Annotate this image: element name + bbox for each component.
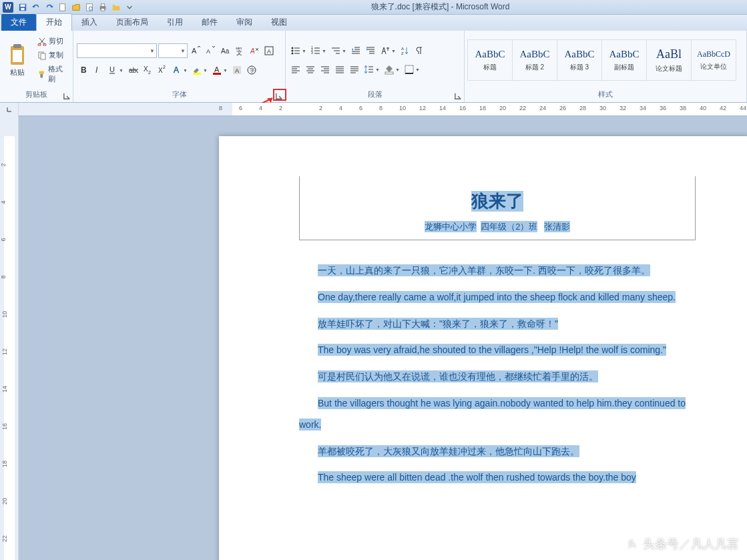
cut-button[interactable]: 剪切 (35, 35, 70, 47)
ruler-v-tick: 6 (0, 238, 7, 241)
paste-icon (7, 43, 28, 67)
font-color-icon[interactable]: A▼ (210, 63, 229, 77)
tab-home[interactable]: 开始 (36, 13, 72, 31)
highlight-icon[interactable]: ▼ (190, 63, 209, 77)
bullets-icon[interactable]: ▼ (289, 44, 308, 57)
qat-folder-icon[interactable] (110, 1, 122, 13)
qat-print-preview-icon[interactable] (83, 1, 95, 13)
cut-label: 剪切 (49, 36, 63, 46)
ruler-v-tick: 10 (1, 311, 8, 318)
strikethrough-icon[interactable]: abc (126, 63, 140, 77)
ruler-h-tick: 30 (599, 105, 606, 111)
phonetic-guide-icon[interactable]: wén文 (233, 44, 246, 57)
copy-label: 复制 (49, 50, 63, 60)
shading-icon[interactable]: ▼ (383, 63, 401, 76)
char-border-icon[interactable]: A (262, 44, 276, 57)
doc-p8: The sheep were all bitten dead .the wolf… (318, 471, 636, 483)
tab-file[interactable]: 文件 (1, 14, 36, 31)
align-distribute-icon[interactable] (348, 63, 361, 76)
numbering-icon[interactable]: 123▼ (309, 44, 328, 57)
svg-point-44 (292, 47, 294, 49)
style-item-paper-unit[interactable]: AaBbCcD论文单位 (691, 39, 736, 81)
subscript-icon[interactable]: X2 (141, 63, 154, 77)
svg-text:A: A (267, 48, 271, 55)
qat-undo-icon[interactable] (30, 1, 42, 13)
paragraph-launcher-icon[interactable] (453, 91, 463, 101)
doc-p7: 羊都被咬死了，大灰狼又向放羊娃冲过来，他急忙向山下跑去。 (318, 445, 579, 457)
ruler-h-tick: 4 (339, 105, 342, 111)
ribbon: 粘贴 剪切 复制 格式刷 剪贴板 ▼ ▼ A A Aa wén文 A (0, 31, 747, 103)
ruler-h-tick: 36 (660, 105, 666, 111)
superscript-icon[interactable]: X2 (156, 63, 169, 77)
sort-icon[interactable]: AZ (399, 44, 412, 57)
borders-icon[interactable]: ▼ (403, 63, 421, 76)
ruler-h-tick: 14 (439, 105, 446, 111)
svg-point-48 (292, 53, 294, 55)
enclose-char-icon[interactable]: 字 (245, 63, 258, 77)
line-spacing-icon[interactable]: ▼ (362, 63, 381, 76)
underline-icon[interactable]: U▼ (106, 63, 125, 77)
ruler-h-track[interactable]: 8642246810121416182022242628303234363840… (19, 103, 747, 115)
align-left-icon[interactable] (289, 63, 302, 76)
font-size-combo[interactable]: ▼ (158, 43, 188, 58)
ruler-v-tick: 16 (1, 423, 8, 430)
svg-text:A: A (250, 47, 255, 55)
titlebar: W 狼来了.doc [兼容模式] - Microsoft Word (0, 0, 747, 15)
tab-review[interactable]: 审阅 (227, 14, 262, 31)
decrease-indent-icon[interactable] (349, 44, 362, 57)
qat-save-icon[interactable] (17, 1, 29, 13)
increase-indent-icon[interactable] (364, 44, 377, 57)
copy-button[interactable]: 复制 (35, 49, 70, 61)
italic-icon[interactable]: I (91, 63, 105, 77)
align-right-icon[interactable] (318, 63, 332, 76)
style-item-heading2[interactable]: AaBbC标题 2 (512, 39, 557, 81)
ruler-h-tick: 32 (619, 105, 626, 111)
char-shading-icon[interactable]: A (230, 63, 244, 77)
tab-insert[interactable]: 插入 (72, 14, 107, 31)
ruler-tab-selector[interactable] (0, 103, 19, 116)
tab-view[interactable]: 视图 (262, 14, 296, 31)
style-item-subtitle[interactable]: AaBbC副标题 (601, 39, 647, 81)
text-effects-icon[interactable]: A▼ (170, 63, 189, 77)
doc-p4: The boy was very afraid,he shouted to th… (318, 344, 666, 356)
qat-new-icon[interactable] (57, 1, 69, 13)
style-item-heading3[interactable]: AaBbC标题 3 (557, 39, 602, 81)
grow-font-icon[interactable]: A (189, 44, 202, 57)
clear-format-icon[interactable]: A (248, 44, 261, 57)
style-gallery[interactable]: AaBbC标题 AaBbC标题 2 AaBbC标题 3 AaBbC副标题 AaB… (467, 39, 736, 81)
clipboard-launcher-icon[interactable] (62, 91, 71, 101)
bold-icon[interactable]: B (77, 63, 90, 77)
change-case-icon[interactable]: Aa (218, 44, 232, 57)
shrink-font-icon[interactable]: A (204, 44, 217, 57)
qat-more-icon[interactable] (123, 1, 136, 13)
paste-button[interactable]: 粘贴 (3, 42, 32, 79)
font-family-combo[interactable]: ▼ (77, 43, 157, 58)
document-canvas[interactable]: 狼来了 龙狮中心小学 四年级（2）班 张清影 一天，山上真的来了一只狼，它冲入羊… (19, 116, 747, 560)
font-launcher-icon[interactable] (274, 91, 284, 101)
style-item-title[interactable]: AaBbC标题 (467, 39, 513, 81)
tab-page-layout[interactable]: 页面布局 (107, 14, 158, 31)
word-app-icon: W (3, 2, 13, 13)
ruler-h-tick: 2 (319, 105, 322, 111)
align-justify-icon[interactable] (333, 63, 346, 76)
qat-redo-icon[interactable] (43, 1, 55, 13)
asian-layout-icon[interactable]: ▼ (379, 44, 397, 57)
svg-text:文: 文 (236, 49, 242, 56)
qat-open-icon[interactable] (70, 1, 82, 13)
svg-text:Z: Z (401, 51, 404, 55)
copy-icon (37, 51, 47, 60)
tab-references[interactable]: 引用 (158, 14, 192, 31)
ruler-h-tick: 40 (700, 105, 706, 111)
ruler-h-tick: 18 (479, 105, 486, 111)
show-marks-icon[interactable] (413, 44, 427, 57)
group-paragraph: ▼ 123▼ ▼ ▼ AZ ▼ ▼ ▼ (286, 31, 465, 102)
style-item-paper-title[interactable]: AaBl论文标题 (646, 39, 692, 81)
ruler-vertical[interactable]: 246810121416182022242628 (0, 116, 19, 560)
qat-print-icon[interactable] (97, 1, 109, 13)
svg-text:Aa: Aa (221, 47, 230, 55)
tab-mailings[interactable]: 邮件 (192, 14, 227, 31)
ruler-v-tick: 14 (1, 386, 8, 392)
align-center-icon[interactable] (304, 63, 317, 76)
multilevel-list-icon[interactable]: ▼ (329, 44, 348, 57)
format-painter-button[interactable]: 格式刷 (35, 63, 70, 85)
